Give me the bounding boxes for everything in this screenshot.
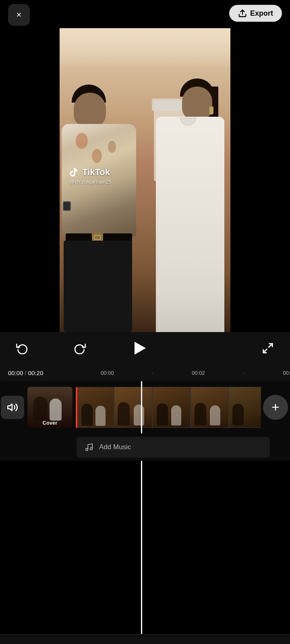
fullscreen-icon [262,342,274,354]
svg-point-4 [86,448,88,451]
timestamp-1: 00:02 [192,370,205,376]
tool-audio[interactable]: Audio [9,642,49,644]
clip-frame-5 [229,387,261,428]
clip-frame-2 [114,387,152,428]
add-music-text: Add Music [99,443,131,451]
time-separator: / [25,369,27,376]
timestamp-0: 00:00 [101,370,114,376]
export-button[interactable]: Export [229,5,282,22]
clip-frame-4 [191,387,229,428]
undo-icon [16,342,28,354]
clip-frame-1 [76,387,114,428]
close-icon: × [17,10,22,20]
text-icon-wrap: T [75,642,99,644]
total-time: 00:20 [28,369,44,376]
tool-effect[interactable]: Effect [241,642,281,644]
close-button[interactable]: × [8,4,30,26]
timestamp-2: 00:0 [283,370,290,376]
bottom-toolbar: Audio T Text Sticker [0,634,290,644]
play-button[interactable] [127,336,151,360]
redo-button[interactable] [70,338,90,358]
tiktok-handle-text: @ch.zulqarnain25 [68,179,112,185]
timeline-header: 00:00 / 00:20 00:00 · 00:02 · 00:0 [0,364,290,381]
current-time: 00:00 [8,369,23,376]
controls-bar [0,332,290,364]
timeline-empty-space [0,461,290,634]
audio-icon-wrap [17,642,41,644]
tiktok-logo-icon [68,167,79,178]
add-music-wrapper: Add Music [0,433,290,461]
timestamp-dot-1: · [152,370,154,376]
clip-frame-3 [152,387,191,428]
play-icon [135,342,146,355]
volume-button[interactable] [1,396,24,419]
timeline-clips: Cover + [0,381,290,433]
fullscreen-button[interactable] [258,338,278,358]
upload-icon [238,9,247,18]
tool-pip[interactable]: PIP [183,642,223,644]
tiktok-brand-text: TikTok [82,167,110,178]
tiktok-watermark: TikTok @ch.zulqarnain25 [68,167,112,185]
volume-icon [7,402,18,413]
svg-marker-3 [8,404,12,411]
sticker-icon-wrap [133,642,157,644]
add-music-button[interactable]: Add Music [77,437,270,458]
svg-point-5 [90,448,93,450]
playhead-line [141,461,142,634]
undo-button[interactable] [12,338,32,358]
effect-icon-wrap [249,642,273,644]
redo-icon [74,342,86,354]
cover-label: Cover [43,420,58,428]
tool-text[interactable]: T Text [67,642,107,644]
export-label: Export [250,9,273,18]
pip-icon-wrap [191,642,215,644]
video-strip[interactable] [76,387,261,428]
cover-thumbnail[interactable]: Cover [27,387,72,428]
tool-sticker[interactable]: Sticker [125,642,165,644]
music-note-icon [85,443,93,452]
add-clip-button[interactable]: + [263,395,288,420]
timestamp-dot-2: · [243,370,245,376]
plus-icon: + [271,400,280,414]
video-preview: TikTok @ch.zulqarnain25 [60,28,230,332]
